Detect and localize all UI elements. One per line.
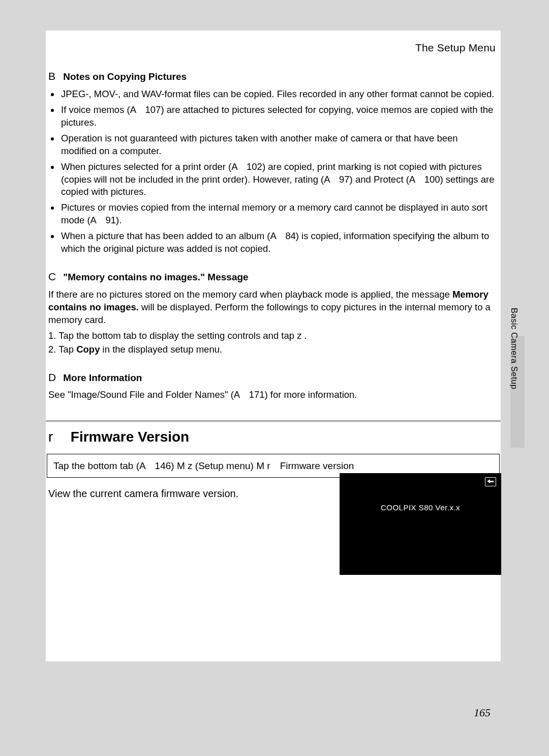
paragraph: If there are no pictures stored on the m… — [48, 288, 496, 327]
back-icon[interactable] — [485, 477, 496, 486]
steps: 1. Tap the bottom tab to display the set… — [48, 330, 496, 356]
list-item: If voice memos (A 107) are attached to p… — [60, 104, 496, 129]
heading-firmware-version: r Firmware Version — [46, 427, 501, 447]
page-sheet: The Setup Menu B Notes on Copying Pictur… — [46, 31, 501, 661]
manual-page: The Setup Menu B Notes on Copying Pictur… — [0, 0, 549, 756]
notes-list: JPEG-, MOV-, and WAV-format files can be… — [60, 88, 496, 256]
section-title: More Information — [63, 372, 142, 383]
section-heading-notes-copying: B Notes on Copying Pictures — [46, 69, 501, 83]
section-heading-more-info: D More Information — [46, 370, 501, 385]
heading-text: Firmware Version — [71, 429, 189, 445]
nav-path: M z (Setup menu) M r Firmware version — [174, 460, 354, 471]
info-icon: D — [48, 370, 60, 385]
step-1: 1. Tap the bottom tab to display the set… — [48, 330, 496, 342]
section-title: Notes on Copying Pictures — [63, 71, 187, 82]
list-item: JPEG-, MOV-, and WAV-format files can be… — [60, 88, 496, 101]
list-item: When a picture that has been added to an… — [60, 230, 496, 255]
list-item: Operation is not guaranteed with picture… — [60, 132, 496, 158]
page-number: 165 — [474, 705, 491, 720]
step-2: 2. Tap Copy in the displayed setup menu. — [48, 343, 496, 356]
tip-icon: C — [48, 270, 60, 284]
list-item: When pictures selected for a print order… — [60, 161, 496, 199]
camera-lcd-preview: COOLPIX S80 Ver.x.x — [340, 473, 501, 575]
list-item: Pictures or movies copied from the inter… — [60, 201, 496, 227]
section-heading-memory-message: C "Memory contains no images." Message — [46, 270, 501, 284]
divider — [46, 421, 501, 421]
section-title: "Memory contains no images." Message — [63, 272, 248, 282]
note-icon: B — [48, 69, 60, 83]
page-title: The Setup Menu — [46, 41, 501, 55]
firmware-icon: r — [48, 427, 67, 447]
section-tab-label: Basic Camera Setup — [509, 308, 520, 389]
paragraph: See "Image/Sound File and Folder Names" … — [48, 389, 496, 401]
firmware-version-text: COOLPIX S80 Ver.x.x — [340, 503, 501, 513]
